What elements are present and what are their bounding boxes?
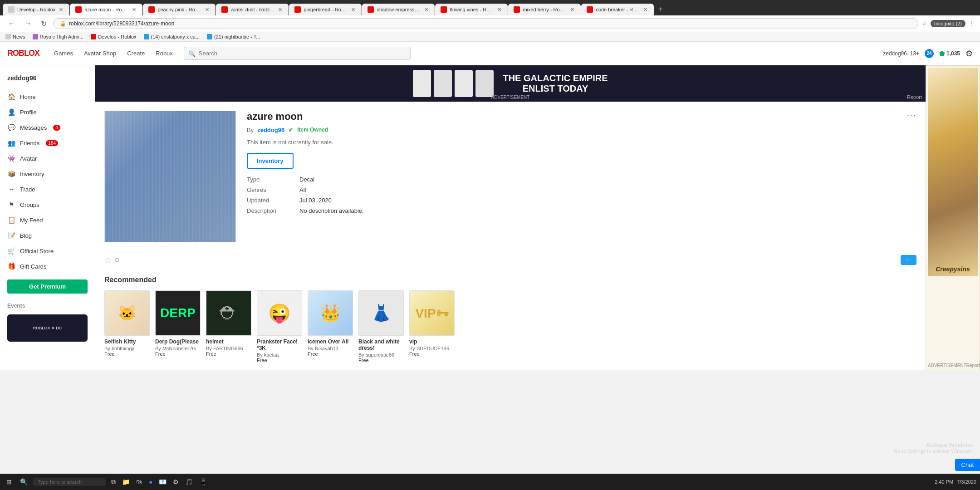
more-options-icon[interactable]: ⋮ [969, 20, 975, 27]
right-ad: Creepysins ADVERTISEMENT Report [926, 65, 980, 370]
tab-azure-moon[interactable]: azure moon - Roblo... ✕ [70, 4, 142, 15]
sidebar-groups-label: Groups [20, 201, 39, 208]
refresh-button[interactable]: ↻ [38, 19, 49, 29]
stormtrooper-2 [434, 70, 452, 97]
tab-close-3-icon[interactable]: ✕ [277, 7, 283, 13]
bookmark-develop[interactable]: Develop - Roblox [91, 34, 136, 39]
ad-banner-text: THE GALACTIC EMPIRE ENLIST TODAY [503, 73, 608, 94]
bookmark-favicon-royale [33, 34, 38, 39]
rec-item-5[interactable]: 👗 Black and white dress! By supercutie66… [358, 290, 404, 363]
rec-price-1: Free [155, 351, 201, 357]
incognito-button[interactable]: Incognito (2) [931, 20, 965, 27]
sidebar-item-messages[interactable]: 💬 Messages 4 [0, 120, 95, 135]
robux-amount: 1,035 [946, 50, 960, 57]
rec-price-4: Free [308, 351, 353, 357]
rec-item-3[interactable]: 😜 Prankster Face! *3K By kaelaa Free [257, 290, 302, 363]
tab-close-7-icon[interactable]: ✕ [569, 7, 575, 13]
tab-favicon [8, 6, 15, 13]
inventory-button[interactable]: Inventory [247, 153, 294, 169]
twitter-share-button[interactable]: 🐦 [901, 255, 916, 265]
rec-title-3: Prankster Face! *3K [257, 338, 302, 351]
inventory-icon: 📦 [7, 170, 15, 178]
genres-label: Genres [247, 186, 292, 193]
nav-create[interactable]: Create [127, 48, 145, 59]
not-for-sale-text: This item is not currently for sale. [247, 139, 916, 146]
rec-item-2[interactable]: ⛑ helmet By FARTING666... Free [206, 290, 251, 363]
sidebar-item-blog[interactable]: 📝 Blog [0, 228, 95, 243]
new-tab-button[interactable]: + [654, 3, 667, 15]
sidebar-item-profile[interactable]: 👤 Profile [0, 104, 95, 120]
tab-favicon-7 [514, 6, 520, 13]
right-ad-report[interactable]: Report [966, 363, 980, 368]
nav-games[interactable]: Games [54, 48, 73, 59]
type-label: Type [247, 176, 292, 183]
events-banner[interactable]: ROBLOX ✕ DC [7, 314, 88, 342]
url-bar[interactable]: 🔒 roblox.com/library/5280933174/azure-mo… [53, 18, 918, 29]
sidebar-messages-label: Messages [20, 124, 47, 131]
search-input[interactable] [184, 47, 411, 60]
sidebar-item-home[interactable]: 🏠 Home [0, 89, 95, 104]
friends-badge: 184 [46, 140, 58, 146]
recommended-title: Recommended [104, 276, 916, 284]
forward-button[interactable]: → [22, 19, 34, 29]
sidebar-item-avatar[interactable]: 👾 Avatar [0, 151, 95, 166]
rec-item-0[interactable]: 🐱 Selfish Kitty By bobthiingy Free [104, 290, 150, 363]
tab-close-2-icon[interactable]: ✕ [204, 7, 210, 13]
right-ad-label: ADVERTISEMENT [928, 363, 966, 368]
ad-label: ADVERTISEMENT [491, 95, 530, 100]
bookmarks-bar: News Royale High Admi... Develop - Roblo… [0, 32, 980, 42]
description-label: Description [247, 207, 292, 214]
bookmark-royale[interactable]: Royale High Admi... [33, 34, 84, 39]
tab-shadow-empress[interactable]: shadow empress -... ✕ [362, 4, 435, 15]
item-owner-link[interactable]: zeddog96 [257, 127, 284, 133]
tab-winter-dust[interactable]: winter dust - Roblo... ✕ [216, 4, 289, 15]
tab-close-8-icon[interactable]: ✕ [642, 7, 648, 13]
get-premium-button[interactable]: Get Premium [7, 279, 88, 294]
bookmark-star-icon[interactable]: ☆ [922, 20, 927, 27]
tab-close-active-icon[interactable]: ✕ [131, 7, 137, 13]
tab-flowing-vines[interactable]: flowing vines - Robl... ✕ [435, 4, 508, 15]
sidebar-item-friends[interactable]: 👥 Friends 184 [0, 135, 95, 151]
sidebar-item-gift-cards[interactable]: 🎁 Gift Cards [0, 259, 95, 274]
tab-develop[interactable]: Develop - Roblox ✕ [3, 4, 69, 15]
nav-avatar-shop[interactable]: Avatar Shop [84, 48, 116, 59]
item-options-button[interactable]: ··· [907, 111, 916, 120]
ad-report-link[interactable]: Report [907, 94, 922, 100]
rec-item-1[interactable]: DERP Derp Dog(Please By McNoobster2G Fre… [155, 290, 201, 363]
bookmark-cristalpony[interactable]: (14) cristalpony x ca... [144, 34, 200, 39]
sidebar-username: zeddog96 [0, 71, 95, 89]
nav-robux[interactable]: Robux [156, 48, 173, 59]
back-button[interactable]: ← [5, 19, 18, 29]
bookmark-favicon-develop [91, 34, 96, 39]
sidebar-item-groups[interactable]: ⚑ Groups [0, 197, 95, 212]
tab-gingerbread[interactable]: gingerbread - Roblo... ✕ [289, 4, 362, 15]
tab-close-4-icon[interactable]: ✕ [350, 7, 356, 13]
rec-item-4[interactable]: 👑 Icemen Over All By Nikayah13 Free [308, 290, 353, 363]
bookmark-nightbarbie[interactable]: (21) nightbarbie - T... [207, 34, 260, 39]
right-ad-art: Creepysins [928, 68, 978, 276]
bookmark-news[interactable]: News [5, 34, 25, 39]
tab-close-5-icon[interactable]: ✕ [423, 7, 429, 13]
rec-item-6[interactable]: VIP🗝 vip By SUPDUDE146 Free [409, 290, 455, 363]
tab-favicon-5 [368, 6, 374, 13]
rec-img-3: 😜 [257, 290, 302, 336]
tab-code-breaker[interactable]: code breaker - Roblo... ✕ [581, 4, 654, 15]
rec-img-5: 👗 [358, 290, 404, 336]
sidebar-item-official-store[interactable]: 🛒 Official Store [0, 243, 95, 259]
star-icon[interactable]: ☆ [104, 255, 112, 265]
tab-close-6-icon[interactable]: ✕ [496, 7, 502, 13]
tab-close-icon[interactable]: ✕ [58, 7, 64, 13]
sidebar-item-trade[interactable]: ↔ Trade [0, 181, 95, 197]
bookmark-favicon-news [5, 34, 11, 39]
recommended-grid: 🐱 Selfish Kitty By bobthiingy Free DERP … [104, 290, 916, 363]
sidebar-item-my-feed[interactable]: 📋 My Feed [0, 212, 95, 228]
gear-icon[interactable]: ⚙ [965, 49, 973, 59]
sidebar-item-inventory[interactable]: 📦 Inventory [0, 166, 95, 181]
rec-by-1: By McNoobster2G [155, 346, 201, 351]
rec-by-6: By SUPDUDE146 [409, 346, 455, 351]
tab-peachy-pink[interactable]: peachy pink - Roblo... ✕ [143, 4, 216, 15]
item-detail: azure moon ··· By zeddog96 ✔ Item Owned … [95, 102, 926, 251]
notifications-badge[interactable]: 24 [925, 49, 934, 58]
tab-mixed-berry[interactable]: mixed berry - Roblo... ✕ [508, 4, 581, 15]
bookmark-royale-label: Royale High Admi... [40, 34, 84, 39]
